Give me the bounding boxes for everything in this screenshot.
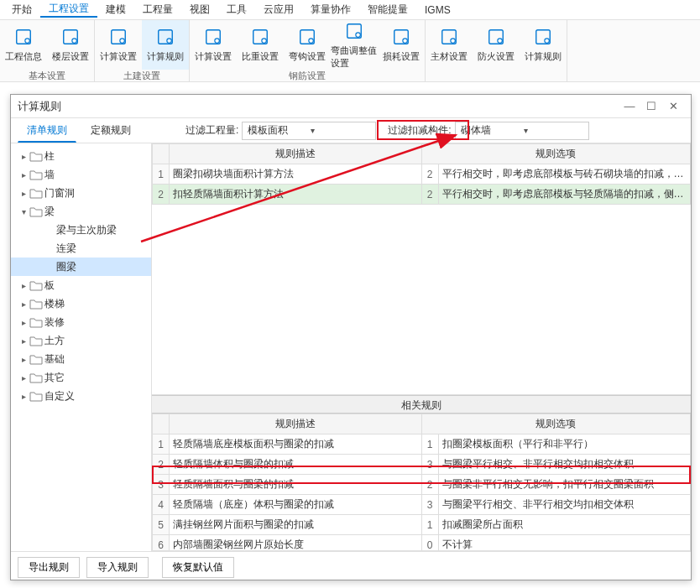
tree-node[interactable]: 连梁 <box>11 239 151 258</box>
menu-item[interactable]: 开始 <box>3 3 40 17</box>
filter-qty-combo[interactable]: 模板面积▾ <box>242 122 376 140</box>
menu-item[interactable]: 云应用 <box>255 3 302 17</box>
svg-point-21 <box>498 39 503 44</box>
tree-node[interactable]: ▸装修 <box>11 313 151 331</box>
svg-point-5 <box>120 39 125 44</box>
tree-node[interactable]: 圈梁 <box>11 258 151 276</box>
col-opt: 规则选项 <box>421 414 691 434</box>
tree-node[interactable]: ▾梁 <box>11 202 151 221</box>
svg-rect-4 <box>112 30 126 44</box>
folder-icon <box>29 150 43 162</box>
hook-set-icon <box>295 27 319 47</box>
maximize-button[interactable]: ☐ <box>640 98 662 115</box>
expand-icon[interactable]: ▸ <box>18 318 29 327</box>
tree-node[interactable]: ▸墙 <box>11 165 151 184</box>
proj-info-icon <box>12 27 35 47</box>
svg-point-1 <box>25 39 30 44</box>
expand-icon[interactable]: ▸ <box>18 189 29 198</box>
folder-icon <box>29 298 43 310</box>
calc-set2-icon <box>201 27 225 47</box>
related-row[interactable]: 6内部墙圈梁钢丝网片原始长度0不计算 <box>153 535 691 552</box>
fire-set-button[interactable]: 防火设置 <box>473 20 520 70</box>
tree-node[interactable]: ▸土方 <box>11 331 151 350</box>
calc-set-icon <box>107 27 130 47</box>
expand-icon[interactable]: ▸ <box>18 281 29 290</box>
related-row[interactable]: 4轻质隔墙（底座）体积与圈梁的扣减3与圈梁平行相交、非平行相交均扣相交体积 <box>153 495 691 515</box>
tree-node[interactable]: ▸自定义 <box>11 387 151 405</box>
menu-item[interactable]: 工具 <box>218 3 255 17</box>
svg-point-7 <box>167 39 172 44</box>
folder-icon <box>29 390 43 402</box>
related-grid[interactable]: 规则描述 规则选项 1轻质隔墙底座模板面积与圈梁的扣减1扣圈梁模板面积（平行和非… <box>152 414 691 551</box>
calc-rule-button[interactable]: 计算规则 <box>142 20 189 70</box>
loss-set-button[interactable]: 损耗设置 <box>378 20 425 70</box>
floor-set-icon <box>59 27 82 47</box>
menu-item[interactable]: 视图 <box>181 3 218 17</box>
expand-icon[interactable]: ▸ <box>18 373 29 382</box>
expand-icon[interactable]: ▸ <box>18 152 29 161</box>
svg-rect-10 <box>253 30 268 44</box>
col-desc: 规则描述 <box>170 144 422 164</box>
bend-adj-button[interactable]: 弯曲调整值设置 <box>331 20 378 70</box>
rule-tab[interactable]: 定额规则 <box>81 119 140 143</box>
calc-rule2-button[interactable]: 计算规则 <box>520 20 567 70</box>
expand-icon[interactable]: ▸ <box>18 392 29 401</box>
tree-node[interactable]: ▸柱 <box>11 147 151 165</box>
expand-icon[interactable]: ▸ <box>18 299 29 309</box>
menu-item[interactable]: 智能提量 <box>359 3 416 17</box>
related-row[interactable]: 3轻质隔墙面积与圈梁的扣减2与圈梁非平行相交无影响，扣平行相交圈梁面积 <box>153 475 691 495</box>
ratio-set-icon <box>248 27 272 47</box>
hook-set-button[interactable]: 弯钩设置 <box>284 20 331 70</box>
expand-icon[interactable]: ▸ <box>18 336 29 346</box>
calc-set2-button[interactable]: 计算设置 <box>190 20 237 70</box>
filter-comp-combo[interactable]: 砌体墙▾ <box>455 122 589 140</box>
rule-row[interactable]: 1圈梁扣砌块墙面积计算方法2平行相交时，即考虑底部模板与砖石砌块墙的扣减，侧面… <box>153 164 691 185</box>
svg-rect-16 <box>394 30 409 44</box>
expand-icon[interactable]: ▸ <box>18 170 29 180</box>
main-mat-button[interactable]: 主材设置 <box>426 20 473 70</box>
menu-item[interactable]: 建模 <box>97 3 134 17</box>
menu-item[interactable]: 算量协作 <box>302 3 359 17</box>
svg-rect-2 <box>64 30 78 44</box>
related-row[interactable]: 5满挂钢丝网片面积与圈梁的扣减1扣减圈梁所占面积 <box>153 515 691 535</box>
export-rules-button[interactable]: 导出规则 <box>18 557 80 578</box>
tree-node[interactable]: ▸基础 <box>11 350 151 368</box>
proj-info-button[interactable]: 工程信息 <box>0 20 47 70</box>
import-rules-button[interactable]: 导入规则 <box>86 557 149 578</box>
menu-item[interactable]: 工程量 <box>134 3 181 17</box>
calc-set-button[interactable]: 计算设置 <box>95 20 142 70</box>
svg-point-15 <box>356 32 361 37</box>
top-grid[interactable]: 规则描述 规则选项 1圈梁扣砌块墙面积计算方法2平行相交时，即考虑底部模板与砖石… <box>152 143 691 395</box>
expand-icon[interactable]: ▾ <box>18 207 29 216</box>
related-row[interactable]: 1轻质隔墙底座模板面积与圈梁的扣减1扣圈梁模板面积（平行和非平行） <box>153 434 691 455</box>
tree-node[interactable]: ▸门窗洞 <box>11 184 151 202</box>
expand-icon[interactable]: ▸ <box>18 355 29 364</box>
related-header: 相关规则 <box>152 395 691 414</box>
related-row[interactable]: 2轻质隔墙体积与圈梁的扣减3与圈梁平行相交、非平行相交均扣相交体积 <box>153 455 691 475</box>
chevron-down-icon: ▾ <box>307 126 374 135</box>
svg-rect-8 <box>206 30 221 44</box>
minimize-button[interactable]: — <box>619 98 640 115</box>
tree-node[interactable]: ▸其它 <box>11 368 151 387</box>
rule-tabs: 清单规则定额规则 <box>18 119 140 143</box>
tree-node[interactable]: ▸板 <box>11 276 151 294</box>
folder-icon <box>29 279 43 291</box>
svg-rect-0 <box>17 30 31 44</box>
rule-tab[interactable]: 清单规则 <box>18 119 76 143</box>
svg-point-3 <box>72 39 77 44</box>
menu-item[interactable]: IGMS <box>416 4 459 16</box>
calc-rule2-icon <box>531 27 555 47</box>
tree-node[interactable]: ▸楼梯 <box>11 294 151 313</box>
close-button[interactable]: ✕ <box>662 98 684 115</box>
svg-point-19 <box>451 39 456 44</box>
dialog-title: 计算规则 <box>18 99 619 114</box>
rule-row[interactable]: 2扣轻质隔墙面积计算方法2平行相交时，即考虑底部模板与轻质隔墙的扣减，侧面如… <box>153 185 691 205</box>
restore-default-button[interactable]: 恢复默认值 <box>162 557 234 578</box>
floor-set-button[interactable]: 楼层设置 <box>47 20 94 70</box>
folder-icon <box>29 206 43 217</box>
filter-comp-label: 过滤扣减构件: <box>388 123 451 138</box>
ratio-set-button[interactable]: 比重设置 <box>237 20 284 70</box>
tree-node[interactable]: 梁与主次肋梁 <box>11 221 151 239</box>
rules-panel: 规则描述 规则选项 1圈梁扣砌块墙面积计算方法2平行相交时，即考虑底部模板与砖石… <box>152 143 691 551</box>
menu-item[interactable]: 工程设置 <box>40 2 97 18</box>
